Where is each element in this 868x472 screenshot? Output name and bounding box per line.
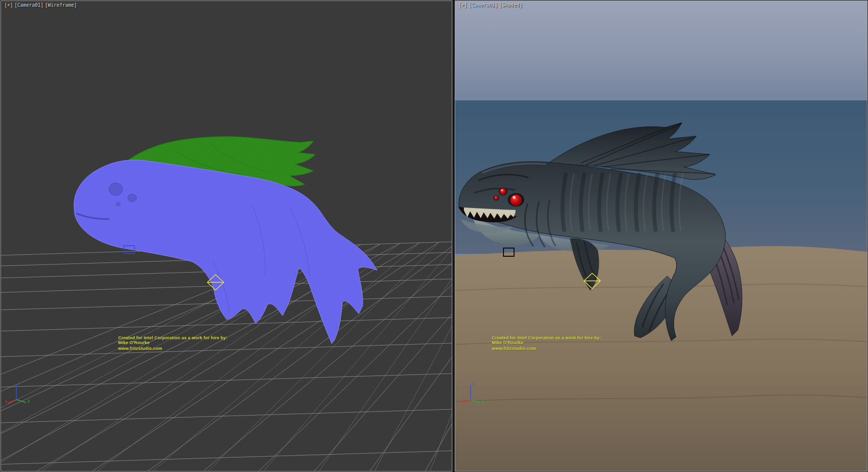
credit-line-2: Mike O'Rourke: [118, 341, 227, 346]
left-viewport-canvas: [1, 1, 452, 471]
viewport-label-right: [+][Camera01][Shaded]: [459, 2, 524, 8]
fish-model-wireframe[interactable]: [74, 137, 377, 344]
credit-text: Created for Intel Corporation as a work …: [492, 336, 601, 351]
dual-viewport-stage: [+][Camera01][Wireframe] Created for Int…: [0, 0, 868, 472]
axis-x-label: x: [459, 400, 461, 404]
credit-line-3: www.fritzstudio.com: [492, 347, 601, 351]
axis-z-label: z: [472, 382, 475, 386]
world-axis-tripod: z x y: [459, 380, 486, 405]
fish-nostril-spot: [116, 202, 121, 207]
fish-eye-spot-small: [128, 194, 136, 202]
ground-plane-shaded[interactable]: [455, 246, 867, 471]
world-axis-tripod: z x y: [5, 380, 32, 405]
viewport-menu-pov[interactable]: [Camera01]: [469, 2, 498, 8]
viewport-menu-shading[interactable]: [Shaded]: [499, 2, 522, 8]
viewport-label-left: [+][Camera01][Wireframe]: [4, 2, 79, 8]
right-viewport-canvas: [455, 1, 867, 471]
fish-eye-large: [510, 194, 522, 206]
sky-background: [455, 1, 867, 100]
fish-eye-medium: [500, 188, 506, 195]
viewport-left-wireframe[interactable]: [+][Camera01][Wireframe] Created for Int…: [1, 1, 452, 471]
viewport-menu-shading[interactable]: [Wireframe]: [45, 2, 77, 8]
axis-y-label: y: [27, 399, 30, 403]
axis-x-label: x: [5, 400, 7, 404]
credit-line-2: Mike O'Rourke: [492, 341, 601, 346]
viewport-menu-general-icon[interactable]: [+]: [459, 2, 467, 8]
fish-eye-spot-large: [109, 183, 122, 195]
viewport-right-shaded[interactable]: [+][Camera01][Shaded] Created for Intel …: [455, 1, 867, 471]
fish-eye-small: [494, 196, 499, 200]
credit-text: Created for Intel Corporation as a work …: [118, 336, 227, 351]
viewport-menu-general-icon[interactable]: [+]: [4, 2, 13, 8]
credit-line-3: www.fritzstudio.com: [118, 347, 227, 351]
viewport-menu-pov[interactable]: [Camera01]: [14, 2, 43, 8]
axis-y-label: y: [482, 399, 484, 403]
axis-z-label: z: [18, 382, 20, 386]
